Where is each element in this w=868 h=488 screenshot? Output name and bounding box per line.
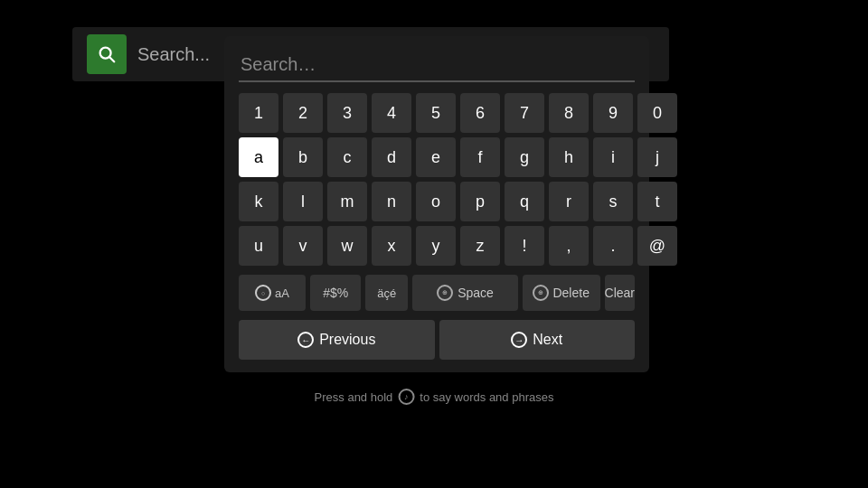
numbers-row: 1 2 3 4 5 6 7 8 9 0 [239,93,635,133]
key-o[interactable]: o [416,182,456,221]
symbols-button[interactable]: #$% [310,275,361,311]
key-9[interactable]: 9 [593,93,633,133]
row-k-t: k l m n o p q r s t [239,182,635,221]
key-n[interactable]: n [372,182,411,221]
key-0[interactable]: 0 [637,93,677,133]
previous-button[interactable]: ← Previous [239,320,435,360]
space-button[interactable]: ⊕ Space [412,275,518,311]
next-label: Next [533,332,562,348]
nav-row: ← Previous → Next [239,320,635,360]
top-search-label: Search... [137,44,210,65]
symbols-label: #$% [323,286,348,300]
hint-prefix: Press and hold [315,390,393,404]
clear-label: Clear [605,286,635,300]
next-icon: → [511,332,527,348]
key-k[interactable]: k [239,182,278,221]
key-at[interactable]: @ [637,226,677,266]
special-row: ○ aA #$% äçé ⊕ Space ⊕ Delete Clear [239,275,635,311]
key-period[interactable]: . [593,226,633,266]
accents-label: äçé [377,286,396,300]
hint-suffix: to say words and phrases [420,390,553,404]
key-t[interactable]: t [637,182,677,221]
key-i[interactable]: i [593,137,633,177]
key-6[interactable]: 6 [460,93,500,133]
key-f[interactable]: f [460,137,500,177]
key-5[interactable]: 5 [416,93,456,133]
svg-line-1 [109,57,114,61]
key-m[interactable]: m [327,182,367,221]
hint-text: Press and hold ♪ to say words and phrase… [315,389,554,405]
delete-icon: ⊕ [533,285,549,301]
key-b[interactable]: b [283,137,323,177]
key-2[interactable]: 2 [283,93,323,133]
key-r[interactable]: r [549,182,589,221]
key-a[interactable]: a [239,137,278,177]
key-u[interactable]: u [239,226,278,266]
key-q[interactable]: q [505,182,544,221]
key-exclaim[interactable]: ! [505,226,544,266]
key-z[interactable]: z [460,226,500,266]
key-d[interactable]: d [372,137,411,177]
key-comma[interactable]: , [549,226,589,266]
space-icon: ⊕ [437,285,453,301]
accents-button[interactable]: äçé [365,275,408,311]
caps-label: aA [275,286,289,300]
previous-icon: ← [297,332,314,348]
key-l[interactable]: l [283,182,323,221]
search-icon-box [87,34,127,74]
key-y[interactable]: y [416,226,456,266]
key-8[interactable]: 8 [549,93,589,133]
key-1[interactable]: 1 [239,93,278,133]
search-icon [97,44,117,64]
row-u-at: u v w x y z ! , . @ [239,226,635,266]
previous-label: Previous [319,332,375,348]
row-a-j: a b c d e f g h i j [239,137,635,177]
delete-button[interactable]: ⊕ Delete [523,275,600,311]
key-v[interactable]: v [283,226,323,266]
next-button[interactable]: → Next [439,320,636,360]
key-c[interactable]: c [327,137,367,177]
key-x[interactable]: x [372,226,411,266]
caps-lock-button[interactable]: ○ aA [239,275,306,311]
space-label: Space [458,286,494,300]
hint-icon: ♪ [398,389,414,405]
key-s[interactable]: s [593,182,633,221]
key-7[interactable]: 7 [505,93,544,133]
key-h[interactable]: h [549,137,589,177]
search-input[interactable] [239,51,635,82]
keyboard-popup: 1 2 3 4 5 6 7 8 9 0 a b c d e f g h i j … [224,36,649,372]
key-3[interactable]: 3 [327,93,367,133]
delete-label: Delete [552,286,589,300]
key-w[interactable]: w [327,226,367,266]
key-p[interactable]: p [460,182,500,221]
caps-icon: ○ [255,285,271,301]
clear-button[interactable]: Clear [605,275,635,311]
key-j[interactable]: j [637,137,677,177]
key-4[interactable]: 4 [372,93,411,133]
key-e[interactable]: e [416,137,456,177]
key-g[interactable]: g [505,137,544,177]
keyboard-rows: 1 2 3 4 5 6 7 8 9 0 a b c d e f g h i j … [239,93,635,266]
